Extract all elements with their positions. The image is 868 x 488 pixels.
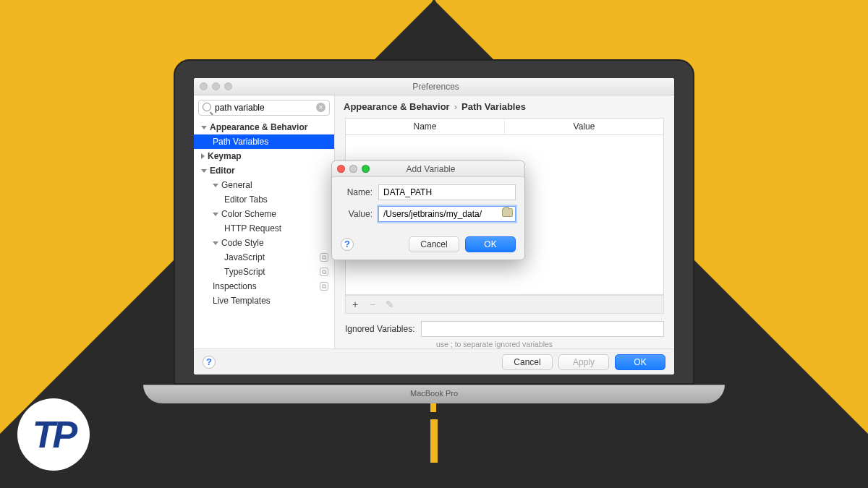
name-label: Name: bbox=[341, 187, 373, 197]
breadcrumb: Appearance & Behavior › Path Variables bbox=[335, 95, 674, 118]
add-variable-dialog: Add Variable Name: Value: bbox=[331, 160, 525, 260]
ok-button[interactable]: OK bbox=[615, 354, 665, 370]
col-value: Value bbox=[505, 119, 663, 134]
sidebar-item-label: Color Scheme bbox=[221, 209, 276, 219]
apply-button: Apply bbox=[558, 354, 609, 370]
scheme-badge-icon: ⧉ bbox=[320, 253, 328, 262]
cancel-button[interactable]: Cancel bbox=[502, 354, 553, 370]
sidebar-item-code-style[interactable]: Code Style bbox=[194, 236, 334, 250]
col-name: Name bbox=[346, 119, 505, 134]
sidebar-item-label: Keymap bbox=[208, 151, 242, 161]
sidebar-item-http-request[interactable]: HTTP Request bbox=[194, 221, 334, 236]
window-footer: ? Cancel Apply OK bbox=[194, 348, 674, 374]
search-input[interactable] bbox=[198, 100, 330, 116]
edit-button: ✎ bbox=[382, 297, 398, 312]
sidebar-item-general[interactable]: General bbox=[194, 178, 334, 192]
sidebar-item-label: Path Variables bbox=[213, 137, 268, 147]
chevron-icon bbox=[201, 126, 207, 129]
scheme-badge-icon: ⧉ bbox=[320, 282, 328, 291]
ignored-hint: use ; to separate ignored variables bbox=[436, 340, 664, 348]
chevron-right-icon: › bbox=[454, 101, 457, 112]
clear-search-icon[interactable]: × bbox=[316, 103, 326, 112]
search-container: × bbox=[198, 100, 330, 116]
laptop-frame: Preferences × Appearance & BehaviorPath … bbox=[174, 59, 694, 403]
sidebar-item-path-variables[interactable]: Path Variables bbox=[194, 134, 334, 149]
help-button[interactable]: ? bbox=[203, 356, 216, 369]
sidebar-item-keymap[interactable]: Keymap bbox=[194, 149, 334, 163]
settings-tree[interactable]: Appearance & BehaviorPath VariablesKeyma… bbox=[194, 120, 334, 348]
sidebar-item-label: Editor Tabs bbox=[224, 194, 268, 205]
chevron-icon bbox=[213, 213, 218, 216]
sidebar-item-typescript[interactable]: TypeScript⧉ bbox=[194, 265, 334, 279]
sidebar-item-editor-tabs[interactable]: Editor Tabs bbox=[194, 192, 334, 207]
sidebar-item-label: Editor bbox=[210, 166, 235, 176]
chevron-icon bbox=[201, 169, 207, 173]
sidebar-item-label: Live Templates bbox=[213, 296, 271, 306]
ignored-label: Ignored Variables: bbox=[345, 324, 415, 334]
table-toolbar: + − ✎ bbox=[345, 295, 664, 314]
sidebar-item-label: HTTP Request bbox=[224, 223, 281, 234]
value-label: Value: bbox=[341, 209, 373, 219]
sidebar-item-appearance-behavior[interactable]: Appearance & Behavior bbox=[194, 120, 334, 134]
sidebar-item-javascript[interactable]: JavaScript⧉ bbox=[194, 250, 334, 265]
chevron-icon bbox=[213, 184, 218, 187]
sidebar-item-label: Appearance & Behavior bbox=[210, 122, 307, 132]
sidebar: × Appearance & BehaviorPath VariablesKey… bbox=[194, 95, 335, 348]
dialog-help-button[interactable]: ? bbox=[341, 238, 354, 251]
sidebar-item-color-scheme[interactable]: Color Scheme bbox=[194, 207, 334, 221]
sidebar-item-label: Inspections bbox=[213, 281, 257, 291]
chevron-icon bbox=[213, 241, 218, 245]
sidebar-item-editor[interactable]: Editor bbox=[194, 163, 334, 178]
sidebar-item-label: General bbox=[221, 180, 252, 190]
scheme-badge-icon: ⧉ bbox=[320, 267, 328, 276]
sidebar-item-label: TypeScript bbox=[224, 267, 265, 277]
window-title: Preferences bbox=[203, 82, 668, 92]
table-header: Name Value bbox=[345, 118, 664, 135]
chevron-icon bbox=[201, 153, 205, 159]
ignored-row: Ignored Variables: bbox=[345, 321, 664, 337]
sidebar-item-label: JavaScript bbox=[224, 252, 265, 262]
dialog-ok-button[interactable]: OK bbox=[465, 236, 516, 252]
sidebar-item-inspections[interactable]: Inspections⧉ bbox=[194, 279, 334, 294]
window-titlebar: Preferences bbox=[194, 78, 674, 95]
laptop-base: MacBook Pro bbox=[143, 385, 725, 403]
sidebar-item-live-templates[interactable]: Live Templates bbox=[194, 294, 334, 308]
dialog-title: Add Variable bbox=[342, 164, 519, 174]
search-icon bbox=[203, 103, 211, 111]
value-input[interactable] bbox=[378, 206, 516, 222]
remove-button: − bbox=[365, 297, 380, 312]
preferences-window: Preferences × Appearance & BehaviorPath … bbox=[194, 78, 674, 374]
breadcrumb-group: Appearance & Behavior bbox=[344, 101, 450, 112]
breadcrumb-page: Path Variables bbox=[461, 101, 526, 112]
add-button[interactable]: + bbox=[347, 297, 363, 312]
dialog-cancel-button[interactable]: Cancel bbox=[409, 236, 459, 252]
ignored-input[interactable] bbox=[421, 321, 664, 337]
name-input[interactable] bbox=[378, 184, 516, 200]
dialog-titlebar: Add Variable bbox=[332, 161, 524, 177]
brand-logo: TP bbox=[17, 398, 90, 471]
sidebar-item-label: Code Style bbox=[221, 238, 264, 248]
folder-icon[interactable] bbox=[502, 208, 513, 217]
